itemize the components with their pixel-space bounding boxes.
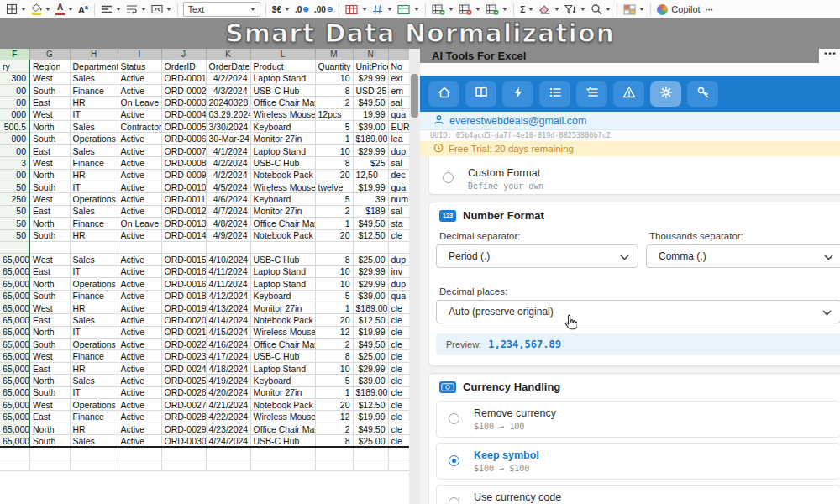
header-cell[interactable]: ry [0,60,29,72]
cell[interactable]: IT [70,265,118,277]
cell[interactable]: 00 [0,144,29,156]
cell[interactable]: USB-C Hub [250,157,315,169]
cell[interactable]: Contractor [118,121,161,133]
increase-decimal-button[interactable]: .0⊕ [292,1,312,18]
number-format-select[interactable]: Text [183,2,260,17]
cell[interactable]: Active [118,435,161,447]
cell[interactable]: South [29,339,70,350]
decimal-separator-select[interactable]: Period (.) [436,244,638,268]
cell[interactable]: Keyboard [250,290,315,302]
column-F-header[interactable]: F [0,49,29,60]
cell[interactable]: 4/21/2024 [206,399,250,411]
cell[interactable]: $29.99 [353,278,388,290]
cell[interactable]: sal [388,97,409,108]
cell[interactable]: dup [388,144,409,156]
cell[interactable] [250,241,315,253]
cell[interactable]: ORD-0024 [161,362,206,374]
cell[interactable] [29,459,70,471]
cell[interactable]: Sales [70,72,118,84]
cell[interactable]: 5 [315,193,353,205]
cell[interactable]: Active [118,108,161,120]
cell[interactable]: On Leave [118,218,161,229]
cell[interactable]: 250 [0,193,29,205]
column-K-header[interactable]: K [206,49,250,60]
cell[interactable]: qua [388,108,409,120]
cell[interactable]: $25.00 [353,350,388,362]
cell[interactable]: Active [118,133,161,144]
cell[interactable]: $25 [353,157,388,169]
cell[interactable]: 4/13/2024 [206,302,250,313]
nav-settings-button[interactable] [650,81,681,107]
cell[interactable] [206,459,250,471]
clear-button[interactable] [536,1,562,18]
cell[interactable]: 10 [315,362,353,374]
cell[interactable]: ORD-0022 [161,339,206,350]
cell[interactable]: 3/30/2024 [206,121,250,133]
cell[interactable] [388,447,409,459]
cell[interactable]: Finance [70,84,118,96]
cell[interactable]: ORD-0005 [161,121,206,133]
cell[interactable]: 4/8/2024 [206,218,250,229]
cell[interactable]: 65,000 [0,339,29,350]
cell[interactable]: Active [118,254,161,265]
cell[interactable]: West [29,157,70,169]
account-row[interactable]: everestwebdeals@gmail.com [420,112,840,130]
keep-symbol-option[interactable]: Keep symbol$100 → $100 [436,443,840,480]
cell[interactable]: cle [388,326,409,338]
column-L-header[interactable]: L [250,49,315,60]
cell[interactable]: South [29,181,70,193]
cell[interactable]: 65,000 [0,314,29,326]
cell[interactable]: ORD-0028 [161,411,206,423]
cell[interactable]: 4/3/2024 [206,84,250,96]
cell[interactable]: 4/20/2024 [206,386,250,398]
borders-button[interactable] [3,1,29,18]
nav-home-button[interactable] [428,81,459,107]
cell[interactable]: 50 [0,205,29,217]
cell[interactable]: HR [70,97,118,108]
cell[interactable]: $39.00 [353,375,388,386]
header-cell[interactable]: Product [250,60,315,72]
cell[interactable]: dup [388,254,409,265]
cell[interactable]: Active [118,193,161,205]
cell[interactable]: $189.00 [353,302,388,313]
cell[interactable] [353,459,388,471]
cell[interactable]: 00 [0,84,29,96]
cell[interactable]: sta [388,218,409,229]
cell[interactable]: ORD-0023 [161,350,206,362]
cell[interactable]: Active [118,362,161,374]
cell[interactable]: 4/24/2024 [206,435,250,447]
cell[interactable]: ORD-0015 [161,254,206,265]
cell[interactable]: 12 [315,411,353,423]
cell[interactable] [315,447,353,459]
cell[interactable]: Operations [70,193,118,205]
cell[interactable]: 65,000 [0,326,29,338]
more-menu-icon[interactable]: ••• [822,50,840,63]
merge-cells-button[interactable] [149,1,174,18]
cell[interactable]: 4/10/2024 [206,254,250,265]
header-cell[interactable]: No [388,60,409,72]
cell[interactable] [353,241,388,253]
cell[interactable]: Active [118,375,161,386]
cell[interactable]: 8 [315,350,353,362]
cell[interactable]: inv [388,265,409,277]
nav-docs-button[interactable] [465,81,496,107]
cell[interactable]: South [29,229,70,241]
cell[interactable]: 4/9/2024 [206,229,250,241]
radio-icon[interactable] [449,497,459,504]
cell[interactable]: Wireless Mouse [250,108,315,120]
cell[interactable]: cle [388,435,409,447]
cell[interactable] [315,241,353,253]
table-style-button[interactable] [395,1,422,18]
cell[interactable] [70,241,118,253]
more-button[interactable]: ⋯ [703,1,717,18]
cell[interactable]: Monitor 27in [250,205,315,217]
cell[interactable]: $12.50 [353,314,388,326]
cell[interactable] [29,447,70,459]
cell[interactable]: ORD-0029 [161,423,206,434]
cell[interactable]: 5 [315,375,353,386]
cell[interactable]: Active [118,339,161,350]
cell[interactable]: twelve [315,181,353,193]
cell[interactable]: IT [70,181,118,193]
cell[interactable]: East [29,314,70,326]
cell[interactable]: IT [70,326,118,338]
